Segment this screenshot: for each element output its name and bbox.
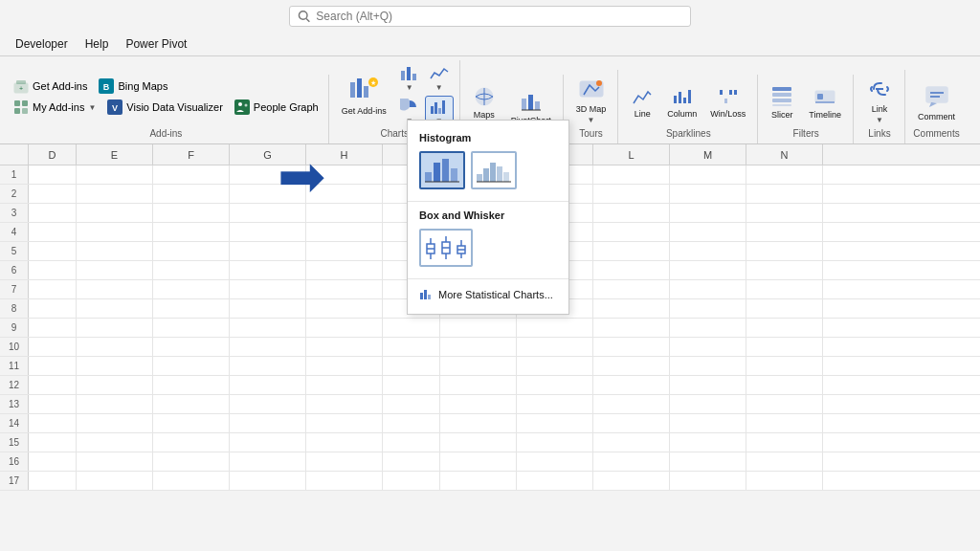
grid-cell[interactable]	[29, 261, 77, 280]
grid-cell[interactable]	[153, 223, 230, 242]
grid-cell[interactable]	[29, 338, 77, 357]
grid-cell[interactable]	[230, 414, 306, 433]
grid-cell[interactable]	[440, 452, 517, 472]
grid-cell[interactable]	[670, 261, 746, 280]
grid-cell[interactable]	[230, 357, 306, 376]
grid-cell[interactable]	[153, 472, 230, 491]
grid-cell[interactable]	[29, 319, 77, 338]
grid-cell[interactable]	[230, 261, 306, 280]
grid-cell[interactable]	[383, 319, 440, 338]
grid-cell[interactable]	[77, 472, 153, 491]
grid-cell[interactable]	[670, 319, 746, 338]
grid-cell[interactable]	[746, 185, 823, 204]
grid-cell[interactable]	[746, 223, 823, 242]
grid-cell[interactable]	[670, 357, 746, 376]
menu-help[interactable]: Help	[78, 34, 117, 54]
table-row[interactable]: 11	[0, 357, 980, 376]
grid-cell[interactable]	[746, 376, 823, 395]
line-area-charts-button[interactable]: ▼	[425, 62, 454, 95]
table-row[interactable]: 15	[0, 433, 980, 452]
grid-cell[interactable]	[746, 338, 823, 357]
grid-cell[interactable]	[670, 299, 746, 319]
grid-cell[interactable]	[593, 414, 670, 433]
grid-cell[interactable]	[593, 376, 670, 395]
grid-cell[interactable]	[383, 414, 440, 433]
table-row[interactable]: 10	[0, 338, 980, 357]
grid-cell[interactable]	[593, 185, 670, 204]
grid-cell[interactable]	[593, 319, 670, 338]
grid-cell[interactable]	[306, 433, 383, 452]
recommended-charts-button[interactable]: ★ Get Add-ins	[336, 71, 392, 121]
grid-cell[interactable]	[746, 165, 823, 185]
grid-cell[interactable]	[440, 319, 517, 338]
grid-cell[interactable]	[593, 165, 670, 185]
grid-cell[interactable]	[29, 414, 77, 433]
grid-cell[interactable]	[670, 472, 746, 491]
grid-cell[interactable]	[670, 433, 746, 452]
grid-cell[interactable]	[670, 165, 746, 185]
grid-cell[interactable]	[77, 452, 153, 472]
grid-cell[interactable]	[77, 376, 153, 395]
grid-cell[interactable]	[29, 185, 77, 204]
grid-cell[interactable]	[383, 472, 440, 491]
grid-cell[interactable]	[77, 261, 153, 280]
grid-cell[interactable]	[593, 452, 670, 472]
grid-cell[interactable]	[230, 433, 306, 452]
grid-cell[interactable]	[746, 319, 823, 338]
table-row[interactable]: 14	[0, 414, 980, 433]
grid-cell[interactable]	[153, 433, 230, 452]
grid-cell[interactable]	[517, 338, 593, 357]
grid-cell[interactable]	[440, 472, 517, 491]
grid-cell[interactable]	[153, 204, 230, 223]
grid-cell[interactable]	[29, 242, 77, 261]
grid-cell[interactable]	[670, 414, 746, 433]
grid-cell[interactable]	[306, 299, 383, 319]
col-header-e[interactable]: E	[77, 144, 153, 165]
grid-cell[interactable]	[77, 433, 153, 452]
grid-cell[interactable]	[77, 319, 153, 338]
grid-cell[interactable]	[746, 204, 823, 223]
grid-cell[interactable]	[29, 376, 77, 395]
menu-developer[interactable]: Developer	[8, 34, 76, 54]
col-header-n[interactable]: N	[746, 144, 823, 165]
grid-cell[interactable]	[153, 414, 230, 433]
grid-cell[interactable]	[517, 433, 593, 452]
table-row[interactable]: 12	[0, 376, 980, 395]
grid-cell[interactable]	[746, 261, 823, 280]
table-row[interactable]: 16	[0, 452, 980, 472]
grid-cell[interactable]	[383, 452, 440, 472]
grid-cell[interactable]	[77, 338, 153, 357]
grid-cell[interactable]	[153, 319, 230, 338]
grid-cell[interactable]	[593, 433, 670, 452]
grid-cell[interactable]	[230, 223, 306, 242]
grid-cell[interactable]	[670, 376, 746, 395]
slicer-button[interactable]: Slicer	[765, 81, 799, 123]
more-statistical-charts-button[interactable]: More Statistical Charts...	[408, 283, 568, 306]
grid-cell[interactable]	[670, 395, 746, 414]
grid-cell[interactable]	[77, 299, 153, 319]
grid-cell[interactable]	[593, 472, 670, 491]
grid-cell[interactable]	[306, 261, 383, 280]
grid-cell[interactable]	[153, 338, 230, 357]
grid-cell[interactable]	[593, 395, 670, 414]
grid-cell[interactable]	[517, 319, 593, 338]
line-sparkline-button[interactable]: Line	[625, 82, 659, 122]
grid-cell[interactable]	[29, 299, 77, 319]
grid-cell[interactable]	[153, 185, 230, 204]
grid-cell[interactable]	[230, 280, 306, 299]
grid-cell[interactable]	[153, 357, 230, 376]
box-whisker-chart-button[interactable]	[419, 229, 473, 267]
col-header-d[interactable]: D	[29, 144, 77, 165]
grid-cell[interactable]	[306, 223, 383, 242]
histogram-chart-2-button[interactable]	[471, 151, 517, 189]
grid-cell[interactable]	[306, 338, 383, 357]
grid-cell[interactable]	[670, 280, 746, 299]
grid-cell[interactable]	[230, 376, 306, 395]
grid-cell[interactable]	[230, 395, 306, 414]
grid-cell[interactable]	[230, 319, 306, 338]
grid-cell[interactable]	[77, 242, 153, 261]
grid-cell[interactable]	[517, 452, 593, 472]
search-input[interactable]	[316, 10, 682, 23]
grid-cell[interactable]	[517, 472, 593, 491]
grid-cell[interactable]	[77, 185, 153, 204]
